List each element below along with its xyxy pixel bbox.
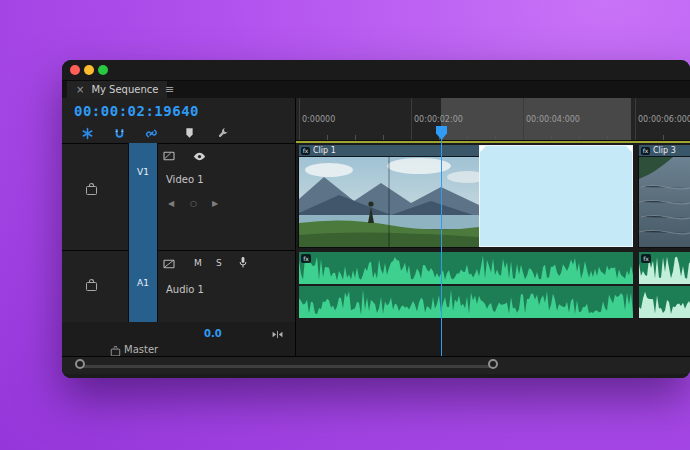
- zoom-scrollbar-track[interactable]: [80, 365, 493, 368]
- audio-clip-1-channel-left: [299, 252, 633, 284]
- ruler-minor-tick: [327, 135, 328, 140]
- clip-1-thumbnail: [299, 157, 479, 247]
- track-header-column: 00:00:02:19640: [62, 98, 296, 356]
- audio-clip-1-channel-right: [299, 286, 633, 318]
- audio-track-target-a1[interactable]: A1: [128, 250, 158, 322]
- clip-1-label: Clip 1: [313, 146, 336, 155]
- ruler-tick-label: 0:00000: [302, 115, 335, 124]
- zoom-handle-left[interactable]: [75, 359, 85, 369]
- next-keyframe-button[interactable]: ▶: [212, 199, 218, 208]
- close-window-button[interactable]: [70, 65, 80, 75]
- add-marker-icon: [184, 127, 195, 139]
- ruler-minor-tick: [663, 135, 664, 140]
- audio-sync-lock-button[interactable]: [160, 256, 178, 272]
- timeline-window: × My Sequence ≡ 00:00:02:19640: [62, 60, 690, 378]
- nest-icon: [81, 127, 94, 140]
- fx-badge-icon[interactable]: fx: [301, 147, 310, 155]
- ruler-minor-tick: [607, 135, 608, 140]
- trim-handle-left-icon[interactable]: [480, 146, 486, 152]
- add-keyframe-button[interactable]: ○: [190, 199, 197, 208]
- clip-1-header: fx Clip 1: [299, 145, 479, 157]
- window-bottom-edge: [62, 374, 690, 378]
- trim-handle-right-icon[interactable]: [626, 146, 632, 152]
- tab-my-sequence[interactable]: × My Sequence: [67, 81, 167, 98]
- master-track-label: Master: [124, 344, 158, 355]
- keyframe-navigator-button[interactable]: [268, 326, 286, 342]
- ruler-minor-tick: [495, 135, 496, 140]
- timeline-tracks-area: 0:00000 00:00:02:00 00:00:04:000 00:00:0…: [296, 98, 690, 356]
- timecode-display[interactable]: 00:00:02:19640: [74, 103, 199, 119]
- playhead-line: [441, 126, 442, 356]
- panel-tab-bar: × My Sequence ≡: [62, 81, 690, 98]
- keyframe-navigator-icon: [271, 330, 284, 339]
- nest-button[interactable]: [78, 125, 96, 141]
- clip-2-selected[interactable]: [479, 145, 633, 247]
- ruler-minor-tick: [355, 135, 356, 140]
- audio-clip-3-channel-right: [639, 286, 690, 318]
- voiceover-record-button[interactable]: [234, 254, 252, 270]
- linked-selection-icon: [145, 127, 158, 140]
- linked-selection-button[interactable]: [142, 125, 160, 141]
- desktop-background: × My Sequence ≡ 00:00:02:19640: [0, 0, 690, 450]
- video-track-lock-button[interactable]: [86, 186, 97, 195]
- prev-keyframe-button[interactable]: ◀: [168, 199, 174, 208]
- clip-3-label: Clip 3: [653, 146, 676, 155]
- ruler-major-tick: [523, 98, 524, 140]
- audio-track-lock-button[interactable]: [86, 282, 97, 291]
- sync-lock-crossed-icon: [163, 259, 175, 269]
- render-status-bar: [296, 141, 690, 143]
- window-titlebar[interactable]: [62, 60, 690, 81]
- snap-magnet-icon: [113, 127, 126, 140]
- minimize-window-button[interactable]: [84, 65, 94, 75]
- timeline-panel-body: 00:00:02:19640: [62, 98, 690, 378]
- ruler-minor-tick: [579, 135, 580, 140]
- ruler-tick-label: 00:00:04:000: [526, 115, 580, 124]
- master-level-value[interactable]: 0.0: [204, 328, 222, 339]
- ruler-major-tick: [299, 98, 300, 140]
- ruler-major-tick: [411, 98, 412, 140]
- add-marker-button[interactable]: [180, 125, 198, 141]
- fx-badge-icon[interactable]: fx: [641, 147, 650, 155]
- tab-close-icon[interactable]: ×: [76, 84, 84, 95]
- video-sync-lock-button[interactable]: [160, 148, 178, 164]
- video-track-target-v1[interactable]: V1: [128, 143, 158, 250]
- fx-badge-icon[interactable]: fx: [641, 254, 651, 263]
- timeline-settings-button[interactable]: [214, 125, 232, 141]
- eye-icon: [193, 152, 206, 161]
- clip-3-thumbnail: [639, 157, 690, 247]
- tab-title: My Sequence: [91, 84, 158, 95]
- zoom-handle-right[interactable]: [488, 359, 498, 369]
- ruler-minor-tick: [551, 135, 552, 140]
- ruler-minor-tick: [467, 135, 468, 140]
- zoom-scrollbar[interactable]: [62, 356, 690, 375]
- sync-lock-icon: [163, 151, 175, 161]
- audio-track-name: Audio 1: [166, 284, 204, 295]
- mute-button[interactable]: M: [194, 258, 202, 268]
- ruler-tick-label: 00:00:06:000: [638, 115, 690, 124]
- panel-menu-icon[interactable]: ≡: [165, 83, 174, 96]
- zoom-window-button[interactable]: [98, 65, 108, 75]
- timeline-settings-wrench-icon: [217, 127, 230, 140]
- ruler-tick-label: 00:00:02:00: [414, 115, 463, 124]
- master-track-header: 0.0 Master: [62, 322, 295, 356]
- solo-button[interactable]: S: [216, 258, 222, 268]
- clip-3-header: fx Clip 3: [639, 145, 690, 157]
- time-ruler[interactable]: 0:00000 00:00:02:00 00:00:04:000 00:00:0…: [296, 98, 690, 141]
- video-track-name: Video 1: [166, 174, 204, 185]
- snap-button[interactable]: [110, 125, 128, 141]
- ruler-minor-tick: [383, 135, 384, 140]
- track-output-button[interactable]: [190, 148, 208, 164]
- fx-badge-icon[interactable]: fx: [301, 254, 311, 263]
- microphone-icon: [238, 256, 248, 269]
- ruler-major-tick: [635, 98, 636, 140]
